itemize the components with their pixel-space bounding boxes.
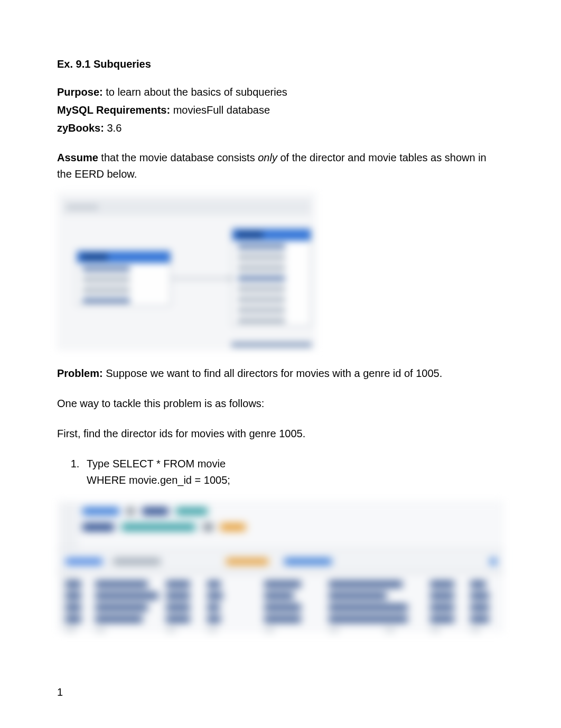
sql-identifier: [121, 523, 195, 531]
toolbar-chip: [284, 558, 332, 565]
result-cell: [329, 628, 339, 632]
eerd-entity-row: [232, 241, 311, 251]
eerd-entity-row: [232, 272, 311, 283]
result-cell: [166, 616, 190, 622]
approach-paragraph: One way to tackle this problem is as fol…: [57, 395, 504, 412]
result-row: [66, 603, 495, 612]
sql-token: [203, 523, 213, 531]
zybooks-label: zyBooks:: [57, 122, 104, 134]
result-cell: [166, 593, 190, 599]
result-cell: [95, 628, 106, 632]
result-cell: [264, 616, 301, 622]
result-cell: [66, 593, 81, 599]
toolbar-chip: [490, 558, 497, 565]
sql-literal: [220, 523, 246, 531]
eerd-entity-row: [232, 262, 311, 272]
result-cell: [95, 581, 148, 587]
toolbar-chip: [66, 558, 102, 565]
result-row: [66, 626, 495, 632]
result-cell: [430, 616, 454, 622]
sql-token: [127, 508, 134, 515]
document-page: Ex. 9.1 Subqueries Purpose: to learn abo…: [0, 0, 561, 664]
step-item: Type SELECT * FROM movie WHERE movie.gen…: [82, 456, 504, 489]
first-step-paragraph: First, find the director ids for movies …: [57, 426, 504, 442]
eerd-entity-director: [76, 250, 171, 306]
eerd-entity-row: [232, 315, 311, 325]
result-row: [66, 579, 495, 589]
result-cell: [430, 581, 454, 587]
result-cell: [430, 628, 441, 632]
sql-keyword: [82, 508, 119, 515]
step-line1: Type SELECT * FROM movie: [87, 458, 226, 469]
assume-pre: that the movie database consists: [98, 152, 258, 163]
mysql-line: MySQL Requirements: moviesFull database: [57, 102, 504, 118]
eerd-entity-movie: [231, 228, 312, 326]
result-cell: [207, 604, 220, 611]
result-cell: [207, 616, 221, 622]
zybooks-text: 3.6: [104, 122, 121, 134]
assume-paragraph: Assume that the movie database consists …: [57, 150, 504, 182]
mysql-label: MySQL Requirements:: [57, 104, 170, 116]
result-cell: [430, 593, 454, 599]
result-cell: [166, 581, 190, 587]
result-cell: [264, 593, 294, 599]
eerd-connector: [171, 274, 231, 283]
step-line2: WHERE movie.gen_id = 1005;: [87, 474, 230, 486]
eerd-top-band: [62, 199, 311, 215]
result-cell: [95, 593, 158, 599]
result-cell: [207, 581, 221, 587]
eerd-entity-row: [232, 283, 311, 293]
result-divider: [57, 549, 504, 550]
result-cell: [166, 604, 190, 611]
result-row: [66, 614, 495, 624]
eerd-entity-row: [232, 304, 311, 315]
eerd-entity-row: [77, 284, 170, 294]
result-cell: [470, 593, 489, 599]
eerd-entity-header: [232, 229, 311, 241]
result-cell: [207, 628, 218, 632]
result-cell: [66, 604, 81, 611]
toolbar-chip: [113, 558, 161, 565]
result-cell: [329, 581, 403, 587]
result-cell: [95, 604, 148, 611]
meta-block: Purpose: to learn about the basics of su…: [57, 84, 504, 136]
problem-paragraph: Problem: Suppose we want to find all dir…: [57, 365, 504, 382]
eerd-entity-row: [232, 293, 311, 304]
eerd-entity-row: [232, 251, 311, 262]
problem-label: Problem:: [57, 367, 103, 379]
sql-keyword: [82, 523, 114, 531]
result-cell: [470, 616, 489, 622]
result-cell: [430, 604, 454, 611]
result-cell: [95, 616, 143, 622]
eerd-entity-row: [77, 263, 170, 273]
purpose-label: Purpose:: [57, 86, 103, 98]
steps-list: Type SELECT * FROM movie WHERE movie.gen…: [82, 456, 504, 489]
result-cell: [264, 581, 301, 587]
result-cell: [264, 604, 301, 611]
result-row: [66, 591, 495, 601]
sql-line: [82, 508, 498, 521]
result-cell: [166, 628, 176, 632]
assume-only: only: [258, 152, 277, 163]
result-cell: [264, 628, 275, 632]
eerd-footer-band: [231, 342, 312, 347]
result-cell: [470, 604, 489, 611]
purpose-line: Purpose: to learn about the basics of su…: [57, 84, 504, 100]
result-toolbar: [57, 551, 504, 572]
result-cell: [385, 628, 395, 632]
result-cell: [66, 616, 81, 622]
assume-label: Assume: [57, 152, 98, 163]
result-cell: [66, 581, 81, 587]
result-cell: [207, 593, 223, 599]
eerd-entity-row: [77, 273, 170, 284]
sql-identifier: [176, 508, 208, 515]
mysql-text: moviesFull database: [170, 104, 270, 116]
eerd-diagram-image: [57, 192, 316, 351]
sql-keyword: [142, 508, 169, 515]
problem-text: Suppose we want to find all directors fo…: [103, 367, 443, 379]
result-cell: [470, 581, 486, 587]
purpose-text: to learn about the basics of subqueries: [103, 86, 287, 98]
eerd-entity-row: [77, 294, 170, 305]
result-cell: [470, 628, 481, 632]
query-result-image: [57, 500, 504, 632]
